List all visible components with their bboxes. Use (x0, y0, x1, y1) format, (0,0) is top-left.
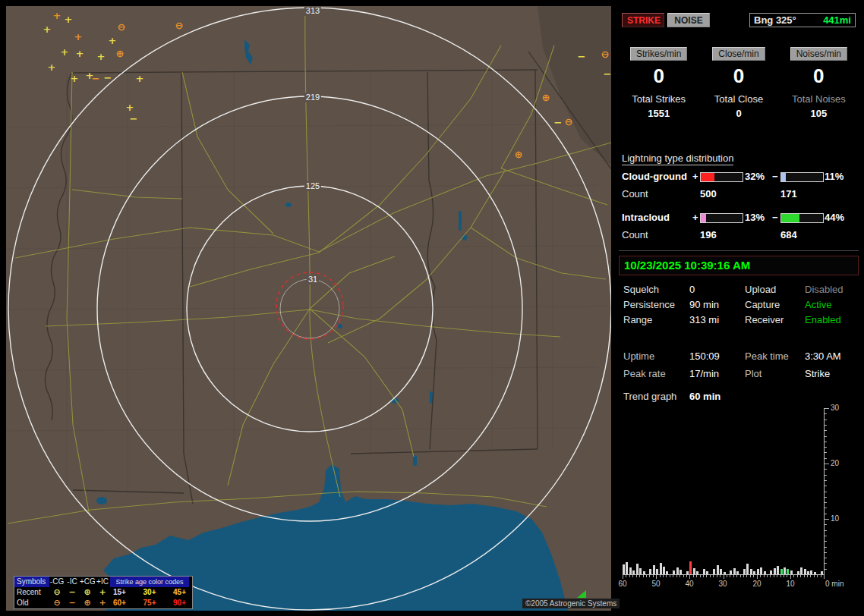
bar-fill (781, 173, 786, 181)
strike-symbol: ⊖ (565, 117, 573, 127)
axis-tick (746, 575, 747, 577)
close-per-min-button[interactable]: Close/min (712, 47, 765, 61)
axis-tick (639, 575, 640, 577)
distribution-title: Lightning type distribution (622, 152, 733, 165)
trend-bar (746, 564, 749, 574)
axis-tick (825, 558, 827, 558)
trend-bar (623, 564, 625, 574)
cloud-ground-row: Cloud-ground + 32% − 11% (619, 171, 859, 183)
total-close-label: Total Close (698, 93, 778, 105)
axis-tick (825, 475, 827, 476)
strike-button[interactable]: STRIKE (622, 13, 664, 27)
axis-tick (663, 575, 664, 577)
trend-bar (629, 567, 632, 574)
axis-tick (825, 425, 827, 426)
axis-tick (770, 575, 771, 577)
plus-icon: + (95, 598, 110, 608)
legend-col-nic: -IC (65, 577, 80, 587)
axis-tick (757, 575, 758, 579)
axis-tick (750, 575, 751, 577)
age-code: 15+ (113, 587, 126, 598)
axis-tick (825, 436, 827, 437)
axis-tick (632, 575, 633, 577)
strike-symbol: + (71, 74, 79, 83)
bearing-display: Bng 325° 441mi (749, 13, 856, 27)
axis-tick (825, 519, 829, 520)
datetime-display: 10/23/2025 10:39:16 AM (619, 256, 859, 275)
legend-recent-label: Recent (14, 587, 49, 598)
strike-symbol: + (136, 74, 144, 83)
axis-tick (825, 464, 829, 464)
nexstorm-window: +++++⊖⊖++++⊕++−−++−⊕−⊖−−⊖⊕ 313 219 125 3… (0, 0, 864, 616)
strikes-per-min-button[interactable]: Strikes/min (630, 47, 687, 61)
intracloud-count-row: Count 196 684 (619, 229, 859, 241)
axis-tick (825, 430, 827, 431)
axis-tick (825, 547, 827, 548)
strike-symbol: − (104, 73, 112, 83)
total-noises-value: 105 (779, 108, 859, 119)
axis-tick (760, 575, 761, 577)
axis-tick (643, 575, 644, 577)
separator (619, 250, 859, 251)
axis-tick (730, 575, 730, 577)
axis-tick (825, 569, 827, 570)
bar-fill (701, 173, 714, 181)
range-ring-label: 219 (304, 93, 321, 102)
trend-graph-label: Trend graph (623, 391, 676, 402)
noises-per-min-value: 0 (779, 64, 859, 87)
trend-bar (676, 567, 679, 575)
uptime-value: 150:09 (689, 350, 720, 362)
minus-icon: − (65, 598, 80, 608)
map-legend: Symbols -CG -IC +CG +IC Strike age color… (14, 576, 193, 609)
axis-tick (825, 514, 827, 514)
cloud-ground-minus-bar (780, 172, 824, 182)
trend-bars-layer (623, 408, 824, 590)
y-tick-label: 20 (831, 459, 839, 467)
distribution-panel: Lightning type distribution Cloud-ground… (619, 152, 859, 248)
axis-tick (686, 575, 687, 577)
trend-bar (800, 567, 803, 574)
trend-bar (626, 562, 628, 574)
axis-tick (825, 508, 827, 508)
close-per-min-value: 0 (698, 64, 778, 87)
intracloud-plus-pct: 13% (745, 212, 765, 223)
cloud-ground-count-row: Count 500 171 (619, 188, 859, 200)
legend-symbols-header: Symbols (14, 577, 49, 587)
noise-button[interactable]: NOISE (667, 13, 710, 27)
strike-symbol: + (53, 11, 61, 20)
settings-row: Persistence 90 min Capture Active (619, 299, 859, 312)
trend-bar (784, 567, 786, 575)
strike-symbol: ⊕ (116, 49, 125, 58)
noises-per-min-button[interactable]: Noises/min (790, 47, 847, 61)
circled-plus-icon: ⊕ (80, 587, 95, 598)
axis-tick (767, 575, 768, 577)
strike-symbol: ⊖ (118, 22, 126, 32)
settings-row: Range 313 mi Receiver Enabled (619, 314, 859, 327)
persistence-label: Persistence (623, 299, 675, 310)
axis-tick (717, 575, 717, 577)
lightning-map[interactable]: +++++⊖⊖++++⊕++−−++−⊕−⊖−−⊖⊕ 313 219 125 3… (6, 6, 611, 611)
range-value: 313 mi (689, 314, 719, 325)
axis-tick (764, 575, 765, 577)
axis-tick (720, 575, 721, 577)
receiver-label: Receiver (745, 314, 784, 325)
legend-recent-ages: 15+ 30+ 45+ (110, 587, 189, 598)
axis-tick (780, 575, 781, 577)
axis-tick (733, 575, 734, 577)
strike-symbol: + (48, 62, 56, 72)
axis-tick (703, 575, 704, 577)
axis-tick (825, 452, 827, 453)
strike-symbol: + (43, 24, 52, 34)
axis-tick (825, 458, 827, 459)
x-axis-unit-label: 0 min (825, 580, 859, 588)
axis-tick (800, 575, 801, 577)
x-tick-label: 10 (783, 580, 798, 588)
upload-value: Disabled (805, 284, 844, 295)
total-close-value: 0 (698, 108, 778, 119)
trend-bar (743, 569, 746, 574)
axis-tick (787, 575, 787, 577)
axis-tick (825, 524, 827, 525)
intracloud-minus-bar (780, 213, 824, 223)
trend-window-value: 60 min (689, 391, 721, 402)
axis-tick (825, 447, 827, 448)
